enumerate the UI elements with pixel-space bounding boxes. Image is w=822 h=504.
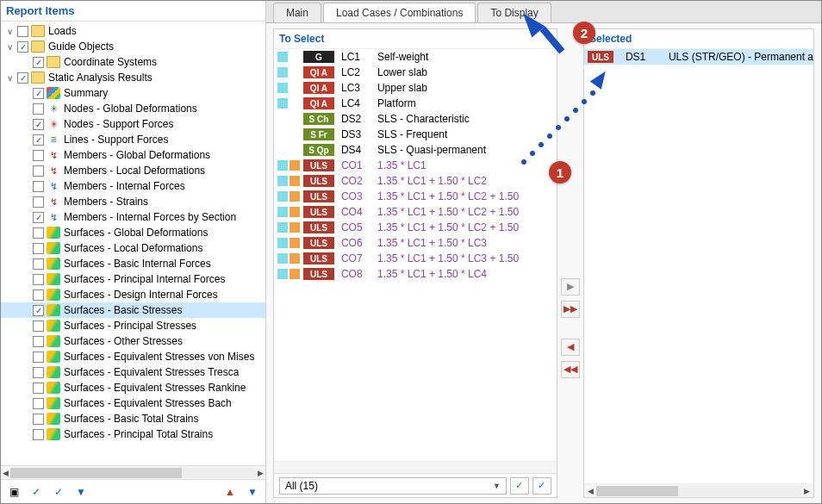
- category-tag: ULS: [303, 237, 334, 249]
- tree-item[interactable]: ∨Guide Objects: [1, 39, 265, 54]
- scroll-right-icon[interactable]: ▶: [801, 487, 812, 495]
- checkbox[interactable]: [33, 88, 44, 99]
- selected-h-scroll[interactable]: ◀ ▶: [584, 483, 813, 497]
- checkbox[interactable]: [33, 196, 44, 208]
- callout-2: 2: [573, 22, 595, 44]
- checkbox[interactable]: [33, 429, 44, 440]
- check-all-button[interactable]: ✓: [27, 483, 46, 501]
- uncheck-all-button[interactable]: ✓: [49, 483, 68, 501]
- tree-item[interactable]: ∨Static Analysis Results: [1, 70, 265, 85]
- expander-icon[interactable]: ∨: [4, 73, 15, 83]
- report-items-panel: Report Items ∨Loads∨Guide ObjectsCoordin…: [1, 1, 266, 503]
- tree-item[interactable]: Surfaces - Equivalent Stresses Bach: [1, 395, 265, 411]
- tree-item[interactable]: Members - Internal Forces: [1, 178, 265, 194]
- tab-to-display[interactable]: To Display: [477, 3, 551, 22]
- checkbox[interactable]: [33, 212, 44, 223]
- expander-icon[interactable]: ∨: [4, 27, 15, 36]
- remove-all-button[interactable]: ◀◀: [561, 361, 580, 378]
- tree-item[interactable]: Members - Strains: [1, 194, 265, 209]
- filter-dropdown[interactable]: All (15) ▼: [279, 477, 507, 495]
- tree-item[interactable]: Surfaces - Other Stresses: [1, 333, 265, 349]
- checkbox[interactable]: [33, 336, 44, 347]
- category-tag: S Ch: [303, 113, 334, 125]
- remove-one-button[interactable]: ◀: [561, 339, 580, 356]
- checkbox[interactable]: [33, 274, 44, 285]
- tree-item[interactable]: Nodes - Global Deformations: [1, 101, 265, 116]
- checkbox[interactable]: [17, 41, 28, 53]
- scroll-left-icon[interactable]: ◀: [586, 487, 596, 495]
- tree-item[interactable]: Surfaces - Equivalent Stresses von Mises: [1, 349, 265, 364]
- horizontal-scrollbar[interactable]: ◀ ▶: [1, 465, 265, 479]
- load-case-row[interactable]: ULSCO71.35 * LC1 + 1.50 * LC3 + 1.50: [274, 251, 557, 266]
- checkbox[interactable]: [33, 383, 44, 394]
- color-swatch-1: [277, 191, 288, 202]
- tree-item[interactable]: Summary: [1, 85, 265, 101]
- add-all-button[interactable]: ▶▶: [561, 301, 580, 318]
- tree-item[interactable]: Surfaces - Design Internal Forces: [1, 287, 265, 302]
- checkbox[interactable]: [33, 289, 44, 301]
- to-select-h-scroll[interactable]: [274, 461, 557, 473]
- load-case-row[interactable]: ULSCO41.35 * LC1 + 1.50 * LC2 + 1.50: [274, 204, 557, 220]
- tree-item-label: Members - Strains: [63, 196, 148, 208]
- tree-item[interactable]: Surfaces - Principal Stresses: [1, 318, 265, 333]
- tree-item[interactable]: Nodes - Support Forces: [1, 116, 265, 132]
- tree-item[interactable]: Surfaces - Global Deformations: [1, 225, 265, 240]
- checkbox[interactable]: [33, 243, 44, 254]
- checkbox[interactable]: [33, 305, 44, 316]
- checkbox[interactable]: [33, 352, 44, 363]
- checkbox[interactable]: [33, 181, 44, 192]
- add-one-button[interactable]: ▶: [561, 278, 580, 296]
- selected-row-desc: ULS (STR/GEO) - Permanent a: [669, 51, 813, 63]
- checkbox[interactable]: [33, 150, 44, 161]
- tab-main[interactable]: Main: [273, 3, 321, 22]
- tree-item[interactable]: Surfaces - Basic Total Strains: [1, 411, 265, 426]
- filter-button[interactable]: ▼: [72, 483, 90, 501]
- checkbox[interactable]: [33, 103, 44, 115]
- checkbox[interactable]: [33, 258, 44, 270]
- load-case-row[interactable]: ULSCO81.35 * LC1 + 1.50 * LC4: [274, 266, 557, 282]
- move-up-button[interactable]: ▲: [221, 483, 240, 501]
- tab-load-cases[interactable]: Load Cases / Combinations: [323, 3, 476, 22]
- tree-item[interactable]: Members - Global Deformations: [1, 147, 265, 163]
- selected-row[interactable]: ULS DS1 ULS (STR/GEO) - Permanent a: [584, 49, 813, 65]
- tree-item-label: Surfaces - Equivalent Stresses Rankine: [63, 382, 246, 394]
- checkbox[interactable]: [33, 119, 44, 130]
- move-down-button[interactable]: ▼: [243, 483, 262, 501]
- load-case-id: DS2: [341, 113, 377, 125]
- tree-item[interactable]: Surfaces - Principal Internal Forces: [1, 271, 265, 287]
- category-tag: ULS: [303, 206, 334, 218]
- panel-mode-button[interactable]: ▣: [4, 483, 23, 501]
- folder-icon: [47, 56, 60, 68]
- tree-item[interactable]: Members - Local Deformations: [1, 163, 265, 178]
- tree-item[interactable]: Surfaces - Local Deformations: [1, 240, 265, 256]
- expander-icon[interactable]: ∨: [4, 42, 15, 52]
- load-case-row[interactable]: ULSCO51.35 * LC1 + 1.50 * LC2 + 1.50: [274, 220, 557, 235]
- checkbox[interactable]: [33, 367, 44, 378]
- tree-item[interactable]: Surfaces - Principal Total Strains: [1, 426, 265, 442]
- report-items-tree[interactable]: ∨Loads∨Guide ObjectsCoordinate Systems∨S…: [1, 22, 265, 465]
- tree-item[interactable]: Surfaces - Basic Internal Forces: [1, 256, 265, 271]
- tree-item[interactable]: Surfaces - Equivalent Stresses Rankine: [1, 380, 265, 395]
- check-all-visible-button[interactable]: ✓: [532, 477, 551, 495]
- checkbox[interactable]: [33, 165, 44, 177]
- checkbox[interactable]: [17, 26, 28, 37]
- load-case-desc: 1.35 * LC1 + 1.50 * LC2: [377, 175, 487, 187]
- checkbox[interactable]: [33, 227, 44, 239]
- checkbox[interactable]: [33, 398, 44, 409]
- tree-item[interactable]: ∨Loads: [1, 23, 265, 39]
- scroll-thumb[interactable]: [596, 486, 678, 496]
- load-case-row[interactable]: ULSCO31.35 * LC1 + 1.50 * LC2 + 1.50: [274, 189, 557, 204]
- checkbox[interactable]: [33, 57, 44, 68]
- tree-item[interactable]: Lines - Support Forces: [1, 132, 265, 147]
- load-case-row[interactable]: ULSCO61.35 * LC1 + 1.50 * LC3: [274, 235, 557, 251]
- tree-item[interactable]: Coordinate Systems: [1, 54, 265, 70]
- tree-item[interactable]: Members - Internal Forces by Section: [1, 209, 265, 225]
- check-visible-button[interactable]: ✓: [510, 477, 529, 495]
- tree-item[interactable]: Surfaces - Basic Stresses: [1, 302, 265, 318]
- checkbox[interactable]: [33, 134, 44, 146]
- checkbox[interactable]: [33, 414, 44, 425]
- checkbox[interactable]: [33, 320, 44, 332]
- tree-item[interactable]: Surfaces - Equivalent Stresses Tresca: [1, 364, 265, 380]
- checkbox[interactable]: [17, 72, 28, 84]
- load-case-row[interactable]: GLC1Self-weight: [274, 49, 557, 65]
